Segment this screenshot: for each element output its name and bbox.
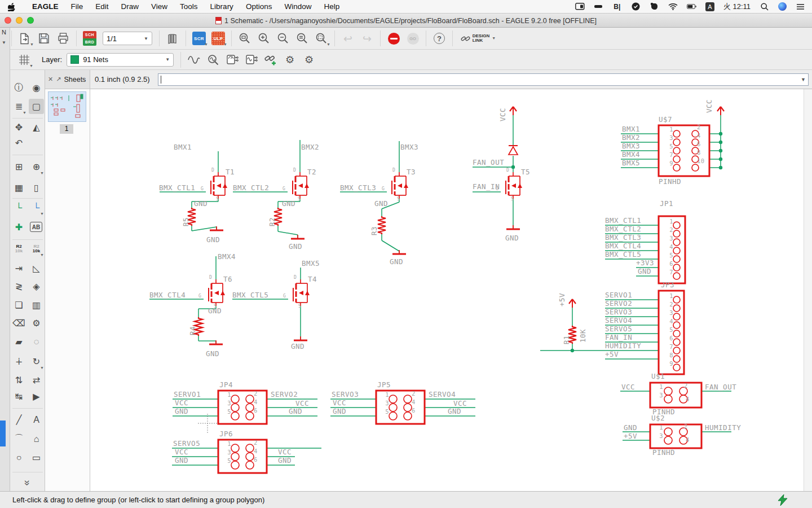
tool-paste-icon[interactable]: ▥ [29,297,44,313]
tool-move-icon[interactable]: ✥ [11,120,27,135]
tool-change-package-icon[interactable]: ▦ [11,180,27,195]
battery-icon[interactable] [687,2,696,11]
bi-app-icon[interactable]: B| [612,2,622,11]
tool-circle-icon[interactable]: ○ [11,450,27,465]
mosfet-T1[interactable]: DGS [201,168,227,202]
tool-split-icon[interactable]: ≷ [11,279,27,294]
connector-JP4[interactable] [218,391,267,424]
zoom-out-button[interactable] [273,30,293,47]
tool-add-next-gate-icon[interactable]: ⊕▼ [29,159,44,174]
apple-menu-icon[interactable] [8,2,16,11]
save-button[interactable] [34,30,54,47]
vcc-symbol[interactable] [717,107,724,115]
design-link-button[interactable]: DESIGNLINK ▼ [456,30,500,47]
tool-move-segment-icon[interactable]: ↹ [11,389,27,404]
tool-gate-icon[interactable]: ▶ [29,389,44,404]
display-status-icon[interactable] [575,2,585,11]
voltmeter-button[interactable] [223,51,242,68]
tool-update-icon[interactable]: ↻▼ [29,354,44,369]
print-button[interactable] [54,30,73,47]
redraw-button[interactable] [293,30,312,47]
zoom-in-button[interactable] [254,30,273,47]
layer-selector[interactable]: 91 Nets▼ [67,53,174,67]
oscilloscope-button[interactable] [242,51,261,68]
add-link-button[interactable] [261,51,280,68]
notification-center-icon[interactable] [796,2,805,11]
menu-draw[interactable]: Draw [115,2,145,11]
tool-copy-icon[interactable]: ❏ [11,297,27,313]
library-button[interactable] [163,30,182,47]
menu-view[interactable]: View [145,2,174,11]
menu-clock[interactable]: 火 12:11 [723,2,751,12]
zoom-fit-button[interactable] [235,30,254,47]
tool-paint-icon[interactable]: ▰ [11,334,27,349]
undo-button[interactable]: ↩ [338,30,358,47]
popout-sheets-icon[interactable]: ↗ [56,76,61,83]
grid-button[interactable]: ▼ [15,51,34,68]
go-button[interactable]: GO [403,30,422,47]
tool-info-icon[interactable]: ⓘ [11,80,27,95]
mosfet-T3[interactable]: DGS [382,168,408,202]
tool-value-icon[interactable]: R210k▼ [29,241,44,256]
tool-draw-bus-icon[interactable]: └▼ [29,200,44,215]
close-sheets-icon[interactable]: ✕ [48,76,53,83]
tool-line-icon[interactable]: ╱ [11,412,27,427]
diode-symbol[interactable] [509,146,518,155]
tool-rotate-icon[interactable]: ↶ [11,135,27,151]
schematic-canvas[interactable]: DGSDGSDGSDGSDGSDGSBMX1T1BMX_CTL1GNDR5GND… [90,89,812,491]
menu-library[interactable]: Library [204,2,240,11]
wifi-icon[interactable] [668,2,678,11]
gnd-symbol[interactable] [294,336,307,340]
run-ulp-button[interactable]: ULP▼ [209,30,228,47]
gnd-symbol[interactable] [291,235,304,239]
tool-change-icon[interactable]: ⚙ [29,316,44,331]
tool-display-layers-icon[interactable]: ≣▼ [11,99,27,114]
tool-pin-command-icon[interactable]: ⇥ [11,261,27,276]
canvas-scroll-strip[interactable] [804,89,812,491]
tool-gateswap-icon[interactable]: ⇅ [11,373,27,388]
window-titlebar[interactable]: 1 Schematic - /Users/naganoyoshie/Docume… [0,14,812,28]
gnd-symbol[interactable] [392,250,406,254]
sheet-selector[interactable]: 1/1▼ [103,32,152,45]
gnd-symbol[interactable] [210,226,223,230]
command-input[interactable]: ▼ [158,73,809,86]
tool-delete-icon[interactable]: ⌫ [11,316,27,331]
zoom-select-button[interactable]: ▼ [312,30,331,47]
tool-more-tools-icon[interactable]: » [20,475,35,491]
collapsed-panel-caret[interactable]: ▼ [2,40,6,45]
connector-U_1[interactable] [650,383,701,408]
tool-show-icon[interactable]: ◉ [29,80,44,95]
menu-edit[interactable]: Edit [89,2,114,11]
tool-add-part-icon[interactable]: ⊞ [11,159,27,174]
tool-pin-frame-icon[interactable]: ▯ [29,180,44,195]
tool-attribute-icon[interactable]: ◈ [29,279,44,294]
sheet-thumbnail[interactable] [48,91,86,122]
spice-settings-button[interactable]: ⚙ [280,51,299,68]
tool-miter-icon[interactable]: ◺ [29,261,44,276]
connector-JP6[interactable] [218,440,267,473]
tool-text-icon[interactable]: A [29,412,44,427]
help-button[interactable]: ? [430,30,449,47]
gnd-symbol[interactable] [506,225,520,229]
tool-rect-icon[interactable]: ▭ [29,450,44,465]
menu-eagle[interactable]: EAGLE [26,2,65,11]
shield-check-icon[interactable] [631,2,641,11]
command-dropdown-icon[interactable]: ▼ [801,77,806,82]
simulate-button[interactable] [184,51,204,68]
siri-icon[interactable] [778,2,787,11]
tool-group-select-icon[interactable]: ▢ [29,99,44,114]
tool-pinswap-icon[interactable]: ⇄ [29,373,44,388]
probe-button[interactable] [204,51,223,68]
evernote-icon[interactable] [650,2,659,11]
tool-mirror-icon[interactable]: ◭ [29,120,44,135]
tool-name-icon[interactable]: R210k [11,241,27,256]
tool-invoke-icon[interactable]: ∔ [11,354,27,369]
vcc-symbol[interactable] [569,299,576,308]
schematic-board-toggle[interactable]: SCHBRD [80,30,99,47]
open-button[interactable]: ▼ [15,30,34,47]
minimized-status-icon[interactable] [594,2,603,11]
simulation-settings-button[interactable]: ⚙ [299,51,319,68]
menu-help[interactable]: Help [317,2,346,11]
mosfet-T6[interactable]: DGS [198,275,225,309]
sheet-page-number[interactable]: 1 [60,124,73,134]
